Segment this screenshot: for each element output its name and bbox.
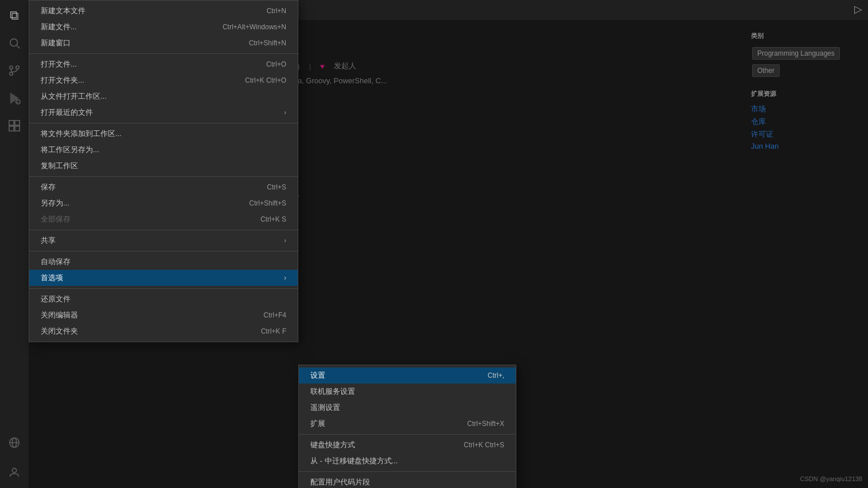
menu-save-as[interactable]: 另存为... Ctrl+Shift+S <box>29 195 298 211</box>
menu-item-label: 新建文本文件 <box>41 6 244 16</box>
submenu-item-label: 联机服务设置 <box>310 386 504 397</box>
submenu-settings[interactable]: 设置 Ctrl+, <box>299 367 516 384</box>
menu-shortcut: Ctrl+Shift+S <box>249 199 286 207</box>
menu-preferences[interactable]: 首选项 › <box>29 270 298 286</box>
menu-open-workspace[interactable]: 从文件打开工作区... <box>29 88 298 104</box>
menu-item-label: 将工作区另存为... <box>41 145 286 155</box>
menu-shortcut: Ctrl+K Ctrl+O <box>245 76 286 84</box>
menu-item-label: 关闭编辑器 <box>41 310 240 320</box>
menu-shortcut: Ctrl+O <box>266 60 286 68</box>
menu-item-label: 新建窗口 <box>41 38 226 48</box>
menu-item-label: 自动保存 <box>41 257 286 267</box>
submenu-shortcut: Ctrl+Shift+X <box>467 420 504 428</box>
submenu-item-label: 扩展 <box>310 419 456 429</box>
preferences-submenu: 设置 Ctrl+, 联机服务设置 遥测设置 扩展 Ctrl+Shift+X 键盘… <box>298 365 516 488</box>
menu-shortcut: Ctrl+N <box>267 7 286 15</box>
menu-save-all: 全部保存 Ctrl+K S <box>29 211 298 227</box>
menu-item-label: 复制工作区 <box>41 161 286 171</box>
submenu-keyboard-shortcuts[interactable]: 键盘快捷方式 Ctrl+K Ctrl+S <box>299 437 516 453</box>
divider-6 <box>29 288 298 289</box>
menu-recent[interactable]: 打开最近的文件 › <box>29 104 298 121</box>
menu-new-text-file[interactable]: 新建文本文件 Ctrl+N <box>29 3 298 19</box>
submenu-telemetry[interactable]: 遥测设置 <box>299 400 516 416</box>
divider-1 <box>29 53 298 54</box>
menu-shortcut: Ctrl+Shift+N <box>249 39 286 47</box>
submenu-migrate-keybindings[interactable]: 从 - 中迁移键盘快捷方式... <box>299 453 516 469</box>
divider-2 <box>29 123 298 123</box>
submenu-shortcut: Ctrl+, <box>488 371 504 379</box>
menu-item-label: 关闭文件夹 <box>41 326 238 336</box>
menu-arrow-icon: › <box>284 237 286 245</box>
file-menu: 新建文本文件 Ctrl+N 新建文件... Ctrl+Alt+Windows+N… <box>29 0 298 342</box>
submenu-divider-1 <box>299 434 516 435</box>
menu-shortcut: Ctrl+K F <box>261 327 286 335</box>
menu-shortcut: Ctrl+S <box>267 183 286 191</box>
submenu-online-services[interactable]: 联机服务设置 <box>299 384 516 400</box>
menu-share[interactable]: 共享 › <box>29 233 298 249</box>
submenu-item-label: 从 - 中迁移键盘快捷方式... <box>310 456 504 466</box>
submenu-shortcut: Ctrl+K Ctrl+S <box>464 441 504 449</box>
menu-new-window[interactable]: 新建窗口 Ctrl+Shift+N <box>29 35 298 51</box>
menu-arrow-icon: › <box>284 109 286 117</box>
watermark: CSDN @yanqiu12138 <box>800 475 862 482</box>
menu-open-file[interactable]: 打开文件... Ctrl+O <box>29 56 298 72</box>
menu-item-label: 打开文件夹... <box>41 75 222 86</box>
menu-revert[interactable]: 还原文件 <box>29 291 298 307</box>
submenu-item-label: 配置用户代码片段 <box>310 477 504 487</box>
menu-duplicate-workspace[interactable]: 复制工作区 <box>29 158 298 174</box>
divider-4 <box>29 230 298 230</box>
menu-item-label: 保存 <box>41 182 244 192</box>
menu-item-label: 首选项 <box>41 273 284 283</box>
menu-shortcut: Ctrl+K S <box>260 215 286 223</box>
menu-save[interactable]: 保存 Ctrl+S <box>29 179 298 195</box>
menu-new-file[interactable]: 新建文件... Ctrl+Alt+Windows+N <box>29 19 298 35</box>
menu-item-label: 打开文件... <box>41 59 243 69</box>
submenu-configure-snippets[interactable]: 配置用户代码片段 <box>299 474 516 488</box>
menu-item-label: 打开最近的文件 <box>41 107 284 118</box>
submenu-item-label: 键盘快捷方式 <box>310 440 452 450</box>
menu-item-label: 将文件夹添加到工作区... <box>41 129 286 139</box>
menu-item-label: 新建文件... <box>41 22 200 32</box>
menu-close-folder[interactable]: 关闭文件夹 Ctrl+K F <box>29 323 298 339</box>
submenu-item-label: 遥测设置 <box>310 402 504 413</box>
submenu-item-label: 设置 <box>310 370 476 381</box>
divider-5 <box>29 251 298 251</box>
menu-item-label: 共享 <box>41 235 284 246</box>
menu-item-label: 从文件打开工作区... <box>41 91 263 102</box>
menu-shortcut: Ctrl+F4 <box>263 311 286 319</box>
menu-item-label: 全部保存 <box>41 214 238 224</box>
menu-arrow-icon: › <box>284 274 286 282</box>
submenu-extensions[interactable]: 扩展 Ctrl+Shift+X <box>299 416 516 432</box>
menu-auto-save[interactable]: 自动保存 <box>29 254 298 270</box>
menu-shortcut: Ctrl+Alt+Windows+N <box>223 23 286 31</box>
menu-save-workspace[interactable]: 将工作区另存为... <box>29 142 298 158</box>
submenu-divider-2 <box>299 471 516 472</box>
menu-add-folder[interactable]: 将文件夹添加到工作区... <box>29 126 298 142</box>
menu-item-label: 另存为... <box>41 198 226 208</box>
divider-3 <box>29 176 298 177</box>
menu-item-label: 还原文件 <box>41 294 286 304</box>
menu-close-editor[interactable]: 关闭编辑器 Ctrl+F4 <box>29 307 298 323</box>
menu-open-folder[interactable]: 打开文件夹... Ctrl+K Ctrl+O <box>29 72 298 88</box>
